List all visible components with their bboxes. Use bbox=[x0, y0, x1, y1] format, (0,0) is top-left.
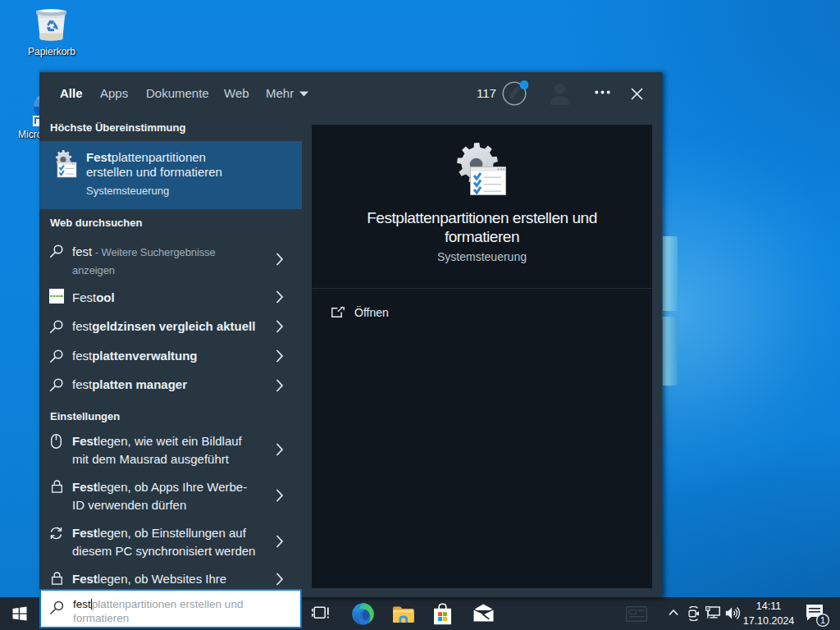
svg-text:1: 1 bbox=[820, 615, 825, 625]
